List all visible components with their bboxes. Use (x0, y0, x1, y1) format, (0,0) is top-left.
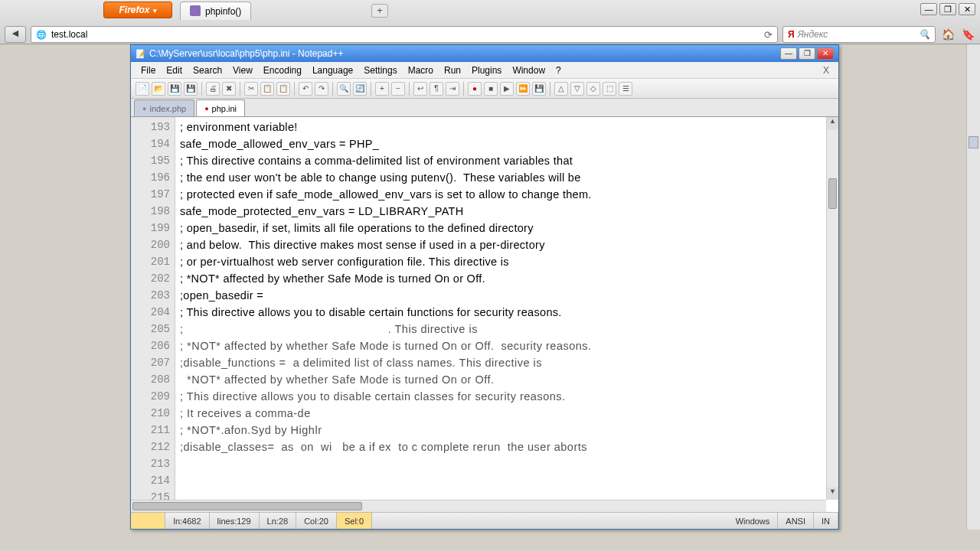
menu-search[interactable]: Search (188, 64, 227, 77)
menubar-close-x[interactable]: X (818, 65, 834, 76)
undo-icon[interactable]: ↶ (299, 82, 312, 96)
back-button[interactable]: ◄ (5, 26, 26, 43)
replace-icon[interactable]: 🔄 (353, 82, 367, 96)
npp-titlebar[interactable]: C:\MyServer\usr\local\php5\php.ini - Not… (131, 45, 838, 62)
indent-icon[interactable]: ⇥ (446, 82, 459, 96)
address-toolbar: ◄ test.local ⟳ Яндекс 🔍 🏠 🔖 (0, 24, 980, 44)
status-length: ln:4682 (165, 513, 209, 529)
open-icon[interactable]: 📂 (152, 82, 165, 96)
home-icon[interactable]: 🏠 (940, 28, 956, 41)
status-col: Col:20 (296, 513, 337, 529)
scroll-up-arrow[interactable]: ▲ (827, 117, 838, 129)
misc1-icon[interactable]: △ (554, 82, 568, 96)
search-icon[interactable]: 🔍 (919, 29, 930, 40)
menu-macro[interactable]: Macro (403, 64, 439, 77)
doctab-phpini[interactable]: php.ini (196, 99, 245, 116)
new-tab-button[interactable]: + (371, 4, 388, 18)
misc4-icon[interactable]: ⬚ (603, 82, 616, 96)
browser-window-controls: — ❐ ✕ (920, 3, 975, 15)
npp-title-text: C:\MyServer\usr\local\php5\php.ini - Not… (149, 48, 343, 59)
saveall-icon[interactable]: 💾 (184, 82, 198, 96)
paste-icon[interactable]: 📋 (276, 82, 290, 96)
wrap-icon[interactable]: ↩ (413, 82, 427, 96)
zoomout-icon[interactable]: − (391, 82, 405, 96)
firefox-menu-button[interactable]: Firefox (103, 2, 172, 18)
search-box[interactable]: Яндекс 🔍 (782, 26, 936, 43)
npp-minimize-button[interactable]: — (780, 47, 797, 60)
save-icon[interactable]: 💾 (168, 82, 181, 96)
status-ln: Ln:28 (260, 513, 297, 529)
npp-maximize-button[interactable]: ❐ (799, 47, 815, 60)
npp-close-button[interactable]: ✕ (817, 47, 834, 60)
menu-run[interactable]: Run (439, 64, 466, 77)
menu-window[interactable]: Window (507, 64, 550, 77)
misc5-icon[interactable]: ☰ (619, 82, 632, 96)
menubar: File Edit Search View Encoding Language … (131, 62, 838, 79)
statusbar: ln:4682 lines:129 Ln:28 Col:20 Sel:0 Win… (131, 512, 838, 529)
new-icon[interactable]: 📄 (136, 82, 149, 96)
status-ins: IN (814, 513, 838, 529)
status-warn (131, 513, 165, 529)
zoomin-icon[interactable]: + (375, 82, 389, 96)
browser-tab-phpinfo[interactable]: phpinfo() (180, 2, 251, 20)
document-tabbar: index.php php.ini (131, 99, 838, 117)
status-os: Windows (728, 513, 779, 529)
line-gutter: 193 194 195 196 197 198 199 200 201 202 … (131, 117, 175, 512)
menu-view[interactable]: View (227, 64, 258, 77)
minimize-button[interactable]: — (920, 3, 937, 15)
browser-side-strip (966, 44, 980, 530)
stop-icon[interactable]: ■ (484, 82, 498, 96)
cut-icon[interactable]: ✂ (244, 82, 258, 96)
menu-language[interactable]: Language (307, 64, 358, 77)
savrec-icon[interactable]: 💾 (532, 82, 546, 96)
toolbar: 📄 📂 💾 💾 🖨 ✖ ✂ 📋 📋 ↶ ↷ 🔍 🔄 + − ↩ ¶ ⇥ ● ■ … (131, 79, 838, 99)
address-bar[interactable]: test.local ⟳ (31, 26, 778, 43)
playm-icon[interactable]: ⏩ (516, 82, 530, 96)
bookmark-icon[interactable]: 🔖 (960, 28, 975, 41)
search-placeholder: Яндекс (798, 29, 828, 40)
editor-area[interactable]: 193 194 195 196 197 198 199 200 201 202 … (131, 117, 838, 512)
status-sel: Sel:0 (337, 513, 372, 529)
misc2-icon[interactable]: ▽ (570, 82, 584, 96)
scroll-down-arrow[interactable]: ▼ (827, 487, 838, 500)
find-icon[interactable]: 🔍 (337, 82, 351, 96)
menu-edit[interactable]: Edit (161, 64, 188, 77)
status-enc: ANSI (778, 513, 814, 529)
maximize-button[interactable]: ❐ (939, 3, 956, 15)
print-icon[interactable]: 🖨 (206, 82, 220, 96)
scroll-thumb-h[interactable] (132, 502, 362, 510)
menu-help[interactable]: ? (550, 64, 567, 77)
status-lines: lines:129 (210, 513, 260, 529)
menu-settings[interactable]: Settings (358, 64, 402, 77)
menu-file[interactable]: File (136, 64, 161, 77)
scroll-thumb-v[interactable] (828, 178, 837, 209)
code-content[interactable]: ; environment variable!safe_mode_allowed… (175, 117, 838, 512)
close-doc-icon[interactable]: ✖ (222, 82, 236, 96)
reload-icon[interactable]: ⟳ (764, 29, 773, 41)
play-icon[interactable]: ▶ (500, 82, 514, 96)
vertical-scrollbar[interactable]: ▲ ▼ (826, 117, 838, 500)
horizontal-scrollbar[interactable] (131, 500, 826, 512)
menu-encoding[interactable]: Encoding (258, 64, 307, 77)
doctab-hidden[interactable]: index.php (134, 99, 194, 116)
misc3-icon[interactable]: ◇ (586, 82, 600, 96)
allchars-icon[interactable]: ¶ (430, 82, 443, 96)
menu-plugins[interactable]: Plugins (466, 64, 507, 77)
npp-window-controls: — ❐ ✕ (780, 47, 834, 60)
rec-icon[interactable]: ● (468, 82, 482, 96)
address-text: test.local (51, 29, 87, 40)
notepadpp-window: C:\MyServer\usr\local\php5\php.ini - Not… (130, 44, 839, 530)
copy-icon[interactable]: 📋 (260, 82, 274, 96)
browser-chrome: Firefox phpinfo() + — ❐ ✕ ◄ test.local ⟳… (0, 0, 980, 44)
redo-icon[interactable]: ↷ (315, 82, 328, 96)
close-button[interactable]: ✕ (959, 3, 975, 15)
